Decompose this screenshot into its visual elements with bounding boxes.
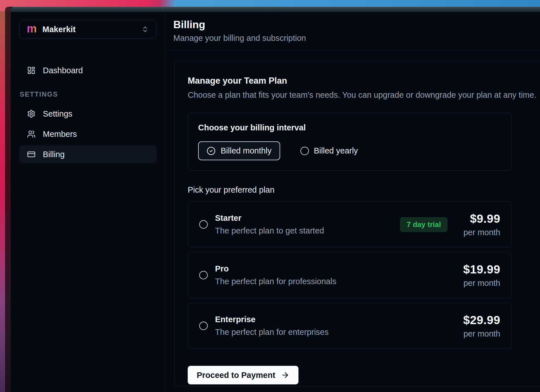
plan-name: Enterprise — [215, 315, 329, 324]
plan-pricing: $19.99 per month — [463, 263, 500, 288]
page-title: Billing — [173, 19, 540, 31]
workspace-selector[interactable]: m Makerkit — [19, 20, 156, 39]
pro-radio[interactable] — [199, 271, 208, 279]
gear-icon — [27, 110, 36, 118]
workspace-name: Makerkit — [43, 25, 76, 34]
sidebar-item-label: Members — [43, 130, 77, 139]
proceed-to-payment-label: Proceed to Payment — [197, 371, 275, 380]
plan-period: per month — [463, 228, 500, 237]
arrow-right-icon — [281, 371, 289, 379]
team-plan-card: Manage your Team Plan Choose a plan that… — [174, 61, 540, 386]
starter-radio[interactable] — [199, 220, 208, 229]
page-header: Billing Manage your billing and subscrip… — [165, 12, 540, 50]
plan-price: $29.99 — [463, 313, 500, 327]
plan-pricing: $29.99 per month — [463, 313, 500, 338]
sidebar-item-settings[interactable]: Settings — [19, 105, 156, 122]
app-window: m Makerkit Dashboard SETTINGS — [5, 7, 540, 392]
plan-price: $19.99 — [463, 263, 500, 276]
plan-pricing: 7 day trial $9.99 per month — [400, 212, 500, 237]
sidebar-item-label: Dashboard — [43, 66, 83, 75]
billing-interval-card: Choose your billing interval Billed mont… — [188, 113, 512, 171]
plan-option-starter[interactable]: Starter The perfect plan to get started … — [188, 201, 512, 248]
sidebar-item-members[interactable]: Members — [19, 125, 156, 143]
billed-yearly-label: Billed yearly — [314, 146, 358, 155]
users-icon — [27, 130, 36, 138]
sidebar-item-billing[interactable]: Billing — [19, 146, 156, 163]
sidebar: m Makerkit Dashboard SETTINGS — [11, 12, 165, 392]
plan-form: Choose your billing interval Billed mont… — [188, 113, 512, 384]
sidebar-item-dashboard[interactable]: Dashboard — [19, 62, 156, 79]
window-titlebar — [11, 7, 540, 12]
plan-option-pro[interactable]: Pro The perfect plan for professionals $… — [188, 252, 512, 298]
billing-interval-options: Billed monthly Billed yearly — [198, 141, 501, 160]
makerkit-logo: m — [27, 23, 37, 34]
plan-description: The perfect plan for enterprises — [215, 328, 329, 337]
billed-yearly-option[interactable]: Billed yearly — [300, 146, 358, 155]
plan-period: per month — [463, 329, 500, 338]
main-panel: Billing Manage your billing and subscrip… — [165, 12, 540, 392]
sidebar-section-label: SETTINGS — [20, 90, 156, 98]
plan-description: The perfect plan to get started — [215, 226, 324, 235]
chevrons-up-down-icon — [141, 26, 149, 33]
credit-card-icon — [27, 150, 36, 159]
enterprise-radio[interactable] — [199, 322, 208, 330]
price-stack: $9.99 per month — [463, 212, 500, 237]
billed-monthly-option[interactable]: Billed monthly — [198, 141, 280, 160]
sidebar-item-label: Settings — [43, 109, 72, 119]
plan-name: Starter — [215, 213, 324, 223]
billing-interval-label: Choose your billing interval — [198, 123, 501, 132]
page-content: Manage your Team Plan Choose a plan that… — [165, 50, 540, 392]
billed-monthly-label: Billed monthly — [221, 146, 272, 155]
proceed-to-payment-button[interactable]: Proceed to Payment — [188, 366, 298, 384]
check-circle-icon — [207, 146, 216, 155]
plan-period: per month — [463, 279, 500, 288]
plan-description: The perfect plan for professionals — [215, 277, 336, 286]
trial-badge: 7 day trial — [400, 217, 448, 232]
sidebar-item-label: Billing — [43, 150, 65, 159]
page-subtitle: Manage your billing and subscription — [173, 34, 540, 43]
plan-price: $9.99 — [463, 212, 500, 226]
app-body: m Makerkit Dashboard SETTINGS — [11, 12, 540, 392]
plan-info: Starter The perfect plan to get started — [215, 213, 324, 235]
price-stack: $19.99 per month — [463, 263, 500, 288]
sidebar-nav: Dashboard SETTINGS Settings Members — [19, 62, 156, 163]
plan-name: Pro — [215, 264, 336, 273]
plan-option-enterprise[interactable]: Enterprise The perfect plan for enterpri… — [188, 303, 512, 349]
pick-plan-label: Pick your preferred plan — [188, 185, 512, 195]
team-plan-title: Manage your Team Plan — [188, 76, 540, 86]
team-plan-subtitle: Choose a plan that fits your team's need… — [188, 90, 540, 100]
plan-info: Enterprise The perfect plan for enterpri… — [215, 315, 329, 337]
price-stack: $29.99 per month — [463, 313, 500, 338]
plan-info: Pro The perfect plan for professionals — [215, 264, 336, 286]
billed-yearly-radio[interactable] — [300, 147, 309, 155]
dashboard-icon — [27, 66, 36, 75]
